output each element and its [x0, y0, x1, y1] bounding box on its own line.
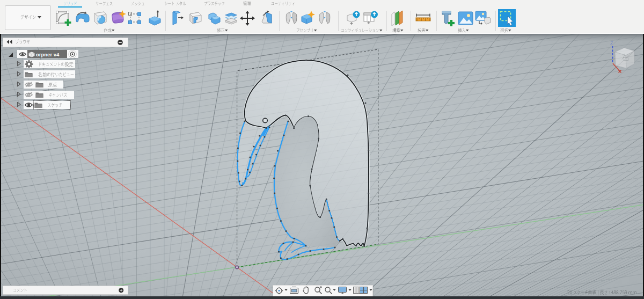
svg-text:orpner v4: orpner v4	[36, 52, 60, 57]
